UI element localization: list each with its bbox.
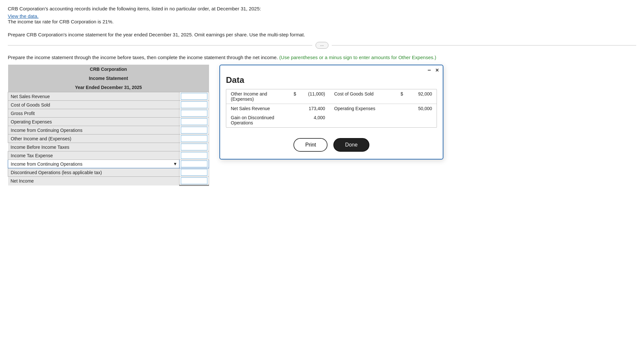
table-row: Income Tax Expense: [8, 151, 209, 160]
input-gross-profit[interactable]: [180, 109, 209, 118]
instruction-main: Prepare the income statement through the…: [8, 55, 278, 60]
input-operating-expenses[interactable]: [180, 118, 209, 126]
input-income-before-taxes[interactable]: [180, 143, 209, 151]
dialog-col2-value-0: 92,000: [408, 89, 437, 104]
income-continuing-ops-2-input[interactable]: [181, 160, 207, 167]
label-gross-profit: Gross Profit: [8, 109, 180, 118]
label-net-income: Net Income: [8, 177, 180, 185]
dialog-col1-dollar-2: [288, 113, 301, 127]
income-statement-table: CRB Corporation Income Statement Year En…: [8, 65, 209, 186]
dialog-col1-label-1: Net Sales Revenue: [226, 104, 288, 113]
dialog-col1-dollar-0: $: [288, 89, 301, 104]
main-area: CRB Corporation Income Statement Year En…: [8, 65, 636, 186]
dialog-data-table: Other Income and(Expenses) $ (11,000) Co…: [226, 89, 437, 127]
table-row: Net Sales Revenue: [8, 92, 209, 101]
view-data-link[interactable]: View the data.: [8, 13, 39, 19]
dialog-col2-dollar-2: [395, 113, 408, 127]
divider: ···: [8, 42, 636, 49]
dialog-data-row: Gain on DiscontinuedOperations 4,000: [226, 113, 437, 127]
label-net-sales-revenue: Net Sales Revenue: [8, 92, 180, 101]
dialog-col2-dollar-1: [395, 104, 408, 113]
data-dialog: − × Data Other Income and(Expenses) $ (1…: [219, 65, 443, 160]
input-other-income-expenses[interactable]: [180, 134, 209, 143]
divider-button[interactable]: ···: [316, 42, 329, 49]
dialog-data-row: Net Sales Revenue 173,400 Operating Expe…: [226, 104, 437, 113]
dropdown-arrow-icon[interactable]: ▼: [171, 160, 179, 168]
prepare-text: Prepare CRB Corporation's income stateme…: [8, 32, 636, 37]
input-income-tax-expense[interactable]: [180, 151, 209, 160]
income-tax-expense-input[interactable]: [181, 152, 207, 159]
dropdown-label-text: Income from Continuing Operations: [8, 160, 171, 168]
label-income-continuing-ops-1: Income from Continuing Operations: [8, 126, 180, 134]
label-other-income-expenses: Other Income and (Expenses): [8, 134, 180, 143]
gross-profit-input[interactable]: [181, 110, 207, 117]
intro-text: CRB Corporation's accounting records inc…: [8, 6, 636, 11]
dialog-col2-dollar-0: $: [395, 89, 408, 104]
is-header-date: Year Ended December 31, 2025: [8, 83, 209, 92]
net-sales-revenue-input[interactable]: [181, 93, 207, 100]
instruction-green: (Use parentheses or a minus sign to ente…: [279, 55, 436, 60]
label-cost-of-goods-sold: Cost of Goods Sold: [8, 101, 180, 109]
dialog-minimize-button[interactable]: −: [427, 67, 431, 73]
is-header-row-3: Year Ended December 31, 2025: [8, 83, 209, 92]
dialog-col1-dollar-1: [288, 104, 301, 113]
dialog-data-row: Other Income and(Expenses) $ (11,000) Co…: [226, 89, 437, 104]
label-income-continuing-ops-dropdown[interactable]: Income from Continuing Operations ▼: [8, 160, 180, 168]
input-income-continuing-ops-1[interactable]: [180, 126, 209, 134]
input-discontinued-ops[interactable]: [180, 168, 209, 177]
input-cost-of-goods-sold[interactable]: [180, 101, 209, 109]
is-header-row-2: Income Statement: [8, 74, 209, 83]
input-net-income[interactable]: [180, 177, 209, 185]
dialog-buttons: Print Done: [220, 134, 443, 159]
dialog-col2-label-0: Cost of Goods Sold: [330, 89, 395, 104]
table-row: Income from Continuing Operations: [8, 126, 209, 134]
tax-rate-text: The income tax rate for CRB Corporation …: [8, 19, 636, 24]
table-row: Cost of Goods Sold: [8, 101, 209, 109]
cost-of-goods-sold-input[interactable]: [181, 101, 207, 108]
dialog-col1-label-2: Gain on DiscontinuedOperations: [226, 113, 288, 127]
dialog-col2-value-2: [408, 113, 437, 127]
label-discontinued-ops: Discontinued Operations (less applicable…: [8, 168, 180, 177]
dialog-close-button[interactable]: ×: [435, 67, 439, 73]
table-row: Other Income and (Expenses): [8, 134, 209, 143]
divider-line-right: [332, 45, 636, 45]
table-row: Net Income: [8, 177, 209, 185]
dialog-title: Data: [220, 74, 443, 89]
is-header-title: Income Statement: [8, 74, 209, 83]
divider-line-left: [8, 45, 312, 45]
dialog-col1-value-2: 4,000: [301, 113, 329, 127]
is-header-company: CRB Corporation: [8, 65, 209, 74]
dialog-col2-value-1: 50,000: [408, 104, 437, 113]
label-income-before-taxes: Income Before Income Taxes: [8, 143, 180, 151]
dialog-titlebar: − ×: [220, 65, 443, 74]
operating-expenses-input[interactable]: [181, 118, 207, 125]
income-before-taxes-input[interactable]: [181, 144, 207, 150]
instruction-row: Prepare the income statement through the…: [8, 55, 636, 60]
income-continuing-ops-1-input[interactable]: [181, 127, 207, 134]
dialog-col1-value-1: 173,400: [301, 104, 329, 113]
print-button[interactable]: Print: [293, 138, 328, 152]
discontinued-ops-input[interactable]: [181, 169, 207, 176]
dialog-col2-label-2: [330, 113, 395, 127]
income-statement-section: CRB Corporation Income Statement Year En…: [8, 65, 209, 186]
dialog-col1-label-0: Other Income and(Expenses): [226, 89, 288, 104]
table-row: Operating Expenses: [8, 118, 209, 126]
net-income-input[interactable]: [181, 177, 207, 184]
dialog-col2-label-1: Operating Expenses: [330, 104, 395, 113]
table-row: Discontinued Operations (less applicable…: [8, 168, 209, 177]
label-income-tax-expense: Income Tax Expense: [8, 151, 180, 160]
other-income-expenses-input[interactable]: [181, 135, 207, 142]
table-row: Income from Continuing Operations ▼: [8, 160, 209, 168]
table-row: Gross Profit: [8, 109, 209, 118]
dialog-col1-value-0: (11,000): [301, 89, 329, 104]
table-row: Income Before Income Taxes: [8, 143, 209, 151]
label-operating-expenses: Operating Expenses: [8, 118, 180, 126]
dialog-table-wrapper: Other Income and(Expenses) $ (11,000) Co…: [226, 89, 437, 128]
input-income-continuing-ops-2[interactable]: [180, 160, 209, 168]
done-button[interactable]: Done: [333, 138, 369, 152]
input-net-sales-revenue[interactable]: [180, 92, 209, 101]
is-header-row-1: CRB Corporation: [8, 65, 209, 74]
